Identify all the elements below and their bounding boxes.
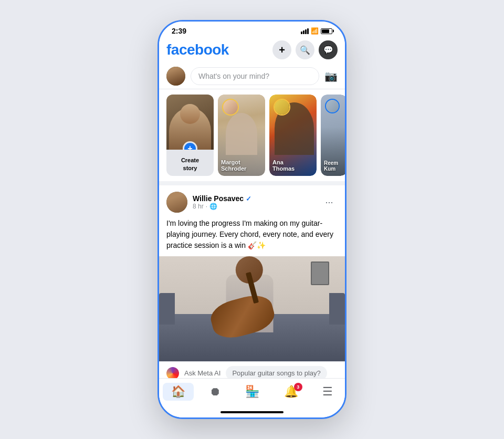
menu-icon: ☰	[322, 385, 333, 399]
story-ana-photo: AnaThomas	[269, 95, 317, 176]
post-card: Willie Posavec ✓ 8 hr · 🌐 ··· I'm loving…	[159, 185, 345, 378]
app-header: facebook + 🔍 💬	[159, 37, 345, 64]
post-text: I'm loving the progress I'm making on my…	[159, 216, 345, 256]
story-ana-avatar-ring	[274, 99, 290, 116]
home-icon: 🏠	[171, 385, 185, 399]
home-bar	[220, 411, 284, 413]
bottom-nav: 🏠 ⏺ 🏪 🔔 3 ☰	[159, 378, 345, 407]
story-person-head	[180, 104, 200, 124]
stories-section: + Createstory	[159, 89, 345, 185]
story-margot-photo: MargotSchroder	[218, 95, 265, 176]
create-story-top: +	[166, 95, 214, 150]
story-reem-avatar-ring	[325, 99, 340, 113]
story-reem-name: ReemKum	[324, 160, 344, 172]
search-button[interactable]: 🔍	[296, 40, 314, 59]
post-meta: 8 hr · 🌐	[193, 203, 316, 210]
header-icons: + 🔍 💬	[272, 40, 338, 59]
post-more-button[interactable]: ···	[321, 194, 338, 211]
post-privacy-icon: 🌐	[209, 203, 217, 210]
battery-icon	[321, 28, 332, 34]
guitar-scene	[159, 256, 345, 361]
post-image	[159, 256, 345, 361]
nav-menu[interactable]: ☰	[314, 383, 341, 401]
create-story-card[interactable]: + Createstory	[166, 95, 214, 176]
story-ana[interactable]: AnaThomas	[269, 95, 317, 176]
post-author-avatar[interactable]	[166, 192, 187, 213]
story-margot-avatar-ring	[222, 99, 239, 116]
signal-icon	[301, 28, 309, 34]
story-margot-name: MargotSchroder	[221, 159, 262, 172]
nav-notifications[interactable]: 🔔 3	[276, 383, 307, 401]
facebook-logo: facebook	[166, 41, 229, 58]
nav-marketplace[interactable]: 🏪	[237, 383, 268, 401]
status-icons: 📶	[301, 27, 332, 35]
camera-icon[interactable]: 📷	[324, 70, 338, 82]
verified-badge-icon: ✓	[246, 195, 251, 203]
post-input-field[interactable]: What's on your mind?	[191, 67, 319, 85]
phone-screen: 2:39 📶 facebook + 🔍 💬	[159, 22, 345, 417]
messenger-button[interactable]: 💬	[319, 40, 338, 59]
phone-frame: 2:39 📶 facebook + 🔍 💬	[158, 20, 346, 419]
post-user-name: Willie Posavec ✓	[193, 194, 316, 203]
nav-home[interactable]: 🏠	[163, 383, 194, 401]
user-avatar	[166, 67, 185, 86]
story-margot[interactable]: MargotSchroder	[218, 95, 265, 176]
status-bar: 2:39 📶	[159, 22, 345, 37]
story-reem[interactable]: ReemKum	[321, 95, 345, 176]
user-avatar-image	[166, 67, 185, 86]
post-user-info: Willie Posavec ✓ 8 hr · 🌐	[193, 194, 316, 210]
post-avatar-image	[166, 192, 187, 213]
create-story-label: Createstory	[181, 156, 199, 172]
meta-ai-label[interactable]: Ask Meta AI	[184, 369, 220, 377]
status-time: 2:39	[172, 27, 186, 35]
home-indicator	[159, 407, 345, 417]
create-story-bottom: Createstory	[166, 150, 214, 176]
story-ana-name: AnaThomas	[272, 159, 313, 172]
meta-ai-bar: Ask Meta AI Popular guitar songs to play…	[159, 361, 345, 378]
post-input-bar: What's on your mind? 📷	[159, 64, 345, 89]
add-button[interactable]: +	[272, 40, 291, 59]
story-reem-photo: ReemKum	[321, 95, 345, 176]
nav-video[interactable]: ⏺	[201, 383, 229, 401]
feed: Willie Posavec ✓ 8 hr · 🌐 ··· I'm loving…	[159, 185, 345, 378]
meta-ai-suggestion[interactable]: Popular guitar songs to play?	[226, 366, 327, 378]
marketplace-icon: 🏪	[245, 385, 259, 399]
video-icon: ⏺	[209, 385, 221, 399]
post-header: Willie Posavec ✓ 8 hr · 🌐 ···	[159, 185, 345, 216]
notification-badge: 3	[294, 383, 302, 391]
meta-ai-logo	[166, 367, 179, 379]
wifi-icon: 📶	[311, 27, 319, 35]
